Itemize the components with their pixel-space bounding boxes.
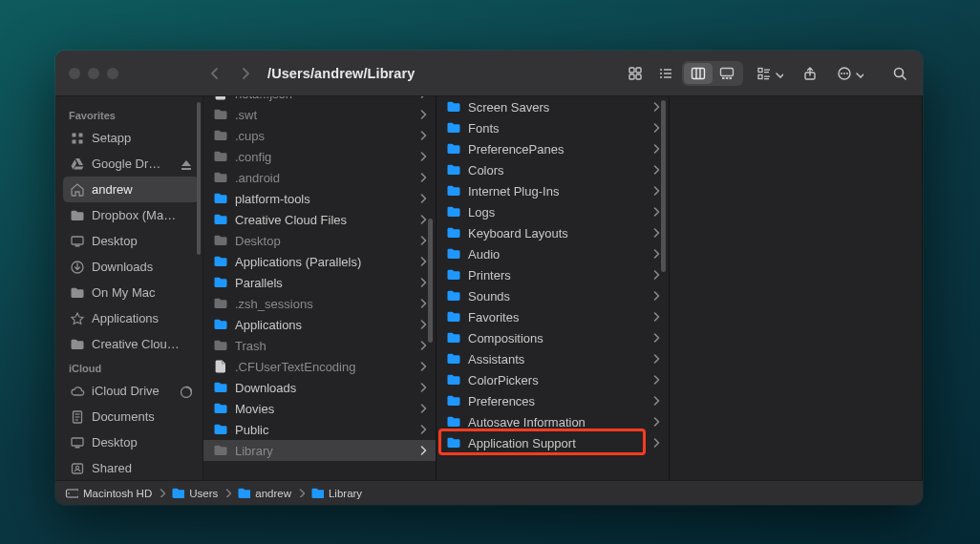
back-button[interactable] — [202, 61, 229, 86]
chevron-right-icon — [651, 332, 661, 344]
file-row[interactable]: .config — [203, 146, 436, 167]
folder-icon — [446, 351, 461, 366]
file-row[interactable]: Favorites — [437, 306, 669, 327]
chevron-right-icon — [651, 122, 661, 134]
file-row[interactable]: .CFUserTextEncoding — [203, 356, 436, 377]
folder-icon — [446, 330, 461, 345]
folder-icon — [213, 233, 228, 248]
file-row[interactable]: Desktop — [203, 230, 436, 251]
breadcrumb[interactable]: andrew — [237, 486, 291, 501]
folder-icon — [171, 486, 184, 501]
minimize-button[interactable] — [88, 68, 99, 79]
file-row[interactable]: Autosave Information — [437, 411, 669, 432]
desktop-icon — [70, 435, 85, 450]
column-2-scrollbar[interactable] — [661, 100, 666, 272]
sidebar-scrollbar[interactable] — [197, 102, 201, 255]
file-row[interactable]: Screen Savers — [437, 96, 669, 117]
file-row[interactable]: Internet Plug-Ins — [437, 180, 669, 201]
column-1-scrollbar[interactable] — [428, 219, 433, 343]
sidebar-item[interactable]: Google Dr… — [63, 151, 199, 177]
group-by-button[interactable] — [756, 61, 783, 86]
sidebar-item[interactable]: Dropbox (Ma… — [63, 202, 199, 228]
chevron-right-icon — [418, 235, 428, 246]
sidebar-item[interactable]: Desktop — [63, 429, 199, 455]
file-row[interactable]: Logs — [437, 201, 669, 222]
file-row[interactable]: Assistants — [437, 348, 669, 369]
progress-icon — [179, 385, 192, 398]
folder-icon — [213, 212, 228, 227]
file-row[interactable]: Application Support — [437, 432, 669, 453]
folder-icon — [446, 309, 461, 324]
breadcrumb-separator — [297, 488, 305, 499]
view-list-button[interactable] — [651, 61, 680, 86]
sidebar-item[interactable]: Documents — [63, 404, 199, 429]
chevron-right-icon — [418, 361, 428, 372]
sidebar-item[interactable]: andrew — [63, 177, 199, 202]
sidebar-item[interactable]: Desktop — [63, 228, 199, 254]
breadcrumb[interactable]: Library — [310, 486, 362, 501]
sidebar-item-label: Dropbox (Ma… — [92, 208, 176, 222]
column-3 — [670, 96, 923, 480]
file-label: .android — [235, 171, 412, 185]
file-label: Autosave Information — [468, 415, 645, 429]
sidebar-item[interactable]: iCloud Drive — [63, 378, 199, 404]
folder-icon — [70, 285, 85, 301]
folder-icon — [446, 225, 461, 241]
file-row[interactable]: PreferencePanes — [437, 138, 669, 159]
file-row[interactable]: Fonts — [437, 117, 669, 138]
forward-button[interactable] — [233, 61, 260, 86]
file-row[interactable]: Applications — [203, 314, 436, 335]
file-row[interactable]: nota...json — [203, 96, 436, 104]
gdrive-icon — [70, 157, 85, 172]
file-row[interactable]: Library — [203, 440, 436, 461]
view-icons-button[interactable] — [621, 61, 650, 86]
shared-icon — [70, 461, 85, 476]
view-columns-button[interactable] — [684, 63, 713, 84]
breadcrumb[interactable]: Users — [171, 486, 218, 501]
folder-icon — [213, 338, 228, 353]
breadcrumb[interactable]: Macintosh HD — [65, 486, 152, 501]
zoom-button[interactable] — [107, 68, 118, 79]
file-row[interactable]: Public — [203, 419, 436, 440]
file-row[interactable]: Trash — [203, 335, 436, 356]
file-row[interactable]: Keyboard Layouts — [437, 222, 669, 243]
chevron-right-icon — [418, 319, 428, 330]
sidebar-item[interactable]: On My Mac — [63, 280, 199, 305]
view-gallery-button[interactable] — [713, 63, 741, 84]
folder-icon — [446, 435, 461, 450]
file-label: Fonts — [468, 121, 645, 136]
sidebar-item[interactable]: Applications — [63, 305, 199, 331]
search-button[interactable] — [886, 61, 913, 86]
file-row[interactable]: Preferences — [437, 390, 669, 411]
sidebar-item[interactable]: Creative Clou… — [63, 331, 199, 357]
file-row[interactable]: Sounds — [437, 285, 669, 306]
file-row[interactable]: .cups — [203, 125, 436, 146]
file-row[interactable]: ColorPickers — [437, 369, 669, 390]
share-button[interactable] — [797, 61, 823, 86]
sidebar-item[interactable]: Setapp — [63, 125, 199, 151]
cloud-icon — [70, 384, 85, 399]
file-row[interactable]: Applications (Parallels) — [203, 251, 436, 272]
file-row[interactable]: Compositions — [437, 327, 669, 348]
chevron-right-icon — [418, 424, 428, 435]
file-row[interactable]: Parallels — [203, 272, 436, 293]
file-row[interactable]: Printers — [437, 264, 669, 285]
breadcrumb-label: andrew — [255, 488, 291, 499]
file-row[interactable]: Downloads — [203, 377, 436, 398]
folder-icon — [446, 162, 461, 178]
file-row[interactable]: Creative Cloud Files — [203, 209, 436, 230]
sidebar-item[interactable]: Downloads — [63, 254, 199, 280]
file-row[interactable]: Movies — [203, 398, 436, 419]
file-row[interactable]: Audio — [437, 243, 669, 264]
file-row[interactable]: .zsh_sessions — [203, 293, 436, 314]
file-row[interactable]: Colors — [437, 159, 669, 180]
file-row[interactable]: .android — [203, 167, 436, 188]
chevron-right-icon — [651, 395, 661, 407]
folder-icon — [213, 275, 228, 290]
sidebar-item[interactable]: Shared — [63, 455, 199, 480]
more-actions-button[interactable] — [837, 61, 863, 86]
close-button[interactable] — [69, 68, 80, 79]
file-row[interactable]: .swt — [203, 104, 436, 125]
folder-icon — [446, 414, 461, 429]
file-row[interactable]: platform-tools — [203, 188, 436, 209]
